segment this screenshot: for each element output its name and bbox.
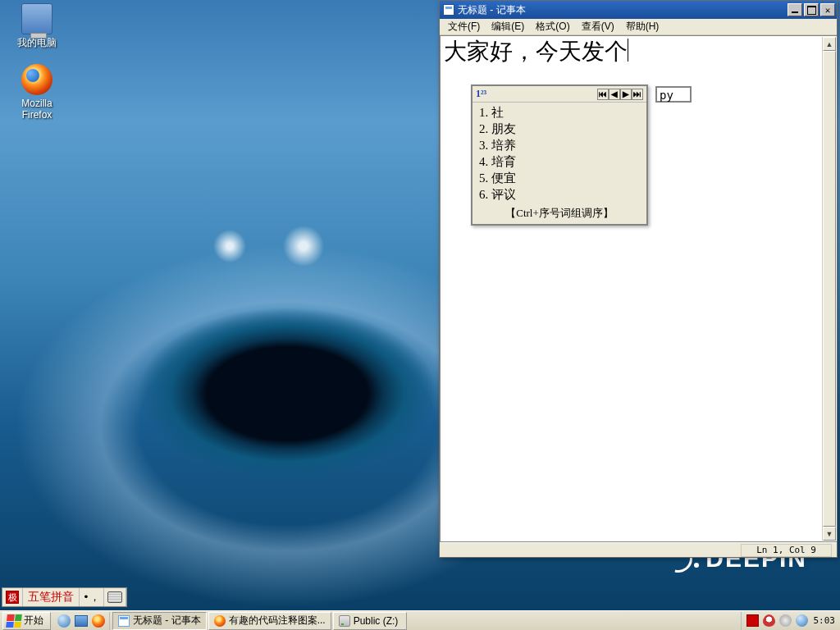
window-title: 无标题 - 记事本 <box>458 3 786 17</box>
ime-first-button[interactable]: ⏮ <box>597 89 609 100</box>
editor-content: 大家好，今天发个 <box>444 39 628 64</box>
ime-last-button[interactable]: ⏭ <box>632 89 643 100</box>
quick-launch <box>53 612 110 630</box>
ime-composition-box[interactable]: py <box>655 86 692 103</box>
ime-candidate[interactable]: 6. 评议 <box>479 186 640 203</box>
tray-volume-icon[interactable] <box>779 614 792 627</box>
notepad-window[interactable]: 无标题 - 记事本 文件(F) 编辑(E) 格式(O) 查看(V) 帮助(H) … <box>439 0 838 558</box>
desktop-icon-my-computer[interactable]: 我的电脑 <box>7 3 67 48</box>
ime-hint: 【Ctrl+序号词组调序】 <box>472 204 646 224</box>
minimize-button[interactable] <box>788 3 802 16</box>
ime-next-button[interactable]: ▶ <box>620 89 632 100</box>
vertical-scrollbar[interactable]: ▲ ▼ <box>822 37 836 541</box>
quick-launch-ie[interactable] <box>57 614 71 628</box>
ime-mode-indicator: 1²³ <box>476 88 486 100</box>
ime-name[interactable]: 五笔拼音 <box>23 588 80 606</box>
firefox-icon <box>21 64 52 95</box>
maximize-button[interactable] <box>804 3 819 16</box>
tray-network-icon[interactable] <box>796 614 808 627</box>
ime-page-nav: ⏮ ◀ ▶ ⏭ <box>597 89 643 100</box>
menubar: 文件(F) 编辑(E) 格式(O) 查看(V) 帮助(H) <box>440 19 837 35</box>
scroll-up-button[interactable]: ▲ <box>823 37 836 51</box>
text-caret <box>628 39 628 62</box>
drive-icon <box>339 615 350 627</box>
ime-candidate[interactable]: 1. 社 <box>479 104 640 121</box>
notepad-icon <box>443 4 454 16</box>
ie-icon <box>57 614 71 628</box>
ime-punct-toggle[interactable]: •， <box>83 590 100 605</box>
task-label: Public (Z:) <box>354 615 399 627</box>
tray-clock[interactable]: 5:03 <box>812 615 836 626</box>
ime-candidate[interactable]: 5. 便宜 <box>479 170 640 186</box>
scroll-track[interactable] <box>823 51 836 527</box>
task-buttons: 无标题 - 记事本 有趣的代码注释图案... Public (Z:) <box>110 612 741 630</box>
start-label: 开始 <box>24 614 43 628</box>
ime-candidate-window[interactable]: 1²³ ⏮ ◀ ▶ ⏭ 1. 社 2. 朋友 3. 培养 4. 培育 5. 便宜… <box>471 84 648 226</box>
firefox-icon <box>92 614 105 628</box>
titlebar[interactable]: 无标题 - 记事本 <box>440 1 837 19</box>
start-button[interactable]: 开始 <box>2 612 51 630</box>
menu-help[interactable]: 帮助(H) <box>621 19 664 34</box>
ime-candidate-list: 1. 社 2. 朋友 3. 培养 4. 培育 5. 便宜 6. 评议 <box>472 103 646 204</box>
menu-view[interactable]: 查看(V) <box>577 19 619 34</box>
tray-ime-icon[interactable] <box>746 614 759 627</box>
quick-launch-firefox[interactable] <box>91 614 106 628</box>
desktop[interactable]: 我的电脑 Mozilla Firefox DEEPIN 无标题 - 记事本 文件… <box>0 0 840 610</box>
windows-flag-icon <box>6 614 22 628</box>
ime-candidate[interactable]: 4. 培育 <box>479 153 640 170</box>
quick-launch-show-desktop[interactable] <box>74 614 89 628</box>
show-desktop-icon <box>75 615 88 627</box>
task-button-drive[interactable]: Public (Z:) <box>333 612 407 630</box>
cursor-position: Ln 1, Col 9 <box>741 544 832 557</box>
ime-candidate[interactable]: 2. 朋友 <box>479 121 640 137</box>
scroll-thumb[interactable] <box>823 51 836 527</box>
tray-security-icon[interactable] <box>763 614 775 627</box>
icon-label: Mozilla Firefox <box>7 98 67 121</box>
computer-icon <box>21 3 52 34</box>
firefox-icon <box>214 615 226 627</box>
icon-label: 我的电脑 <box>7 37 67 48</box>
ime-status-bar[interactable]: 极 五笔拼音 •， <box>2 587 127 607</box>
ime-prev-button[interactable]: ◀ <box>609 89 620 100</box>
scroll-down-button[interactable]: ▼ <box>823 527 836 541</box>
menu-format[interactable]: 格式(O) <box>531 19 574 34</box>
notepad-icon <box>118 615 130 627</box>
ime-logo-icon[interactable]: 极 <box>6 591 19 604</box>
taskbar: 开始 无标题 - 记事本 有趣的代码注释图案... Public (Z:) 5:… <box>0 610 840 630</box>
task-button-firefox[interactable]: 有趣的代码注释图案... <box>208 612 331 630</box>
close-button[interactable] <box>820 3 835 16</box>
ime-softkeyboard-icon[interactable] <box>107 591 122 603</box>
statusbar: Ln 1, Col 9 <box>440 542 837 557</box>
system-tray: 5:03 <box>741 612 841 630</box>
menu-edit[interactable]: 编辑(E) <box>486 19 529 34</box>
desktop-icon-firefox[interactable]: Mozilla Firefox <box>7 64 67 121</box>
task-label: 有趣的代码注释图案... <box>229 614 326 628</box>
menu-file[interactable]: 文件(F) <box>443 19 485 34</box>
task-label: 无标题 - 记事本 <box>133 614 201 628</box>
task-button-notepad[interactable]: 无标题 - 记事本 <box>112 612 207 630</box>
ime-candidate[interactable]: 3. 培养 <box>479 137 640 153</box>
